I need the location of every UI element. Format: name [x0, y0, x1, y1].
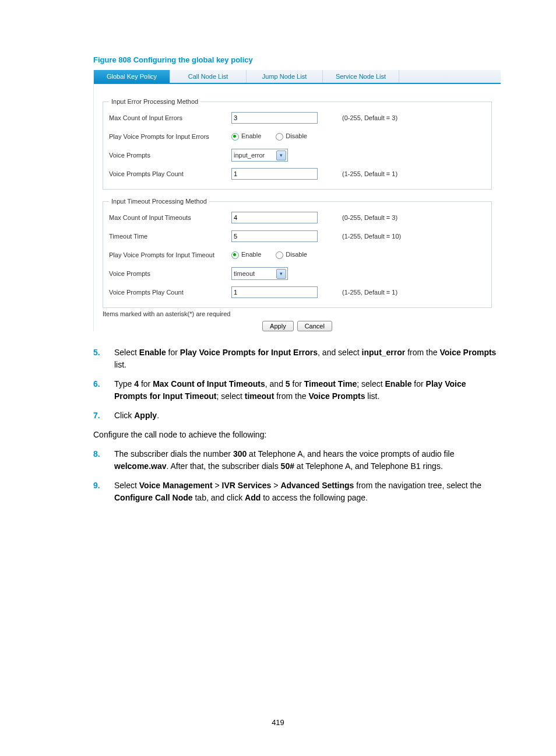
- tab-jump-node-list[interactable]: Jump Node List: [247, 70, 323, 83]
- enable-radio[interactable]: Enable: [231, 132, 261, 141]
- max-timeouts-hint: (0-255, Default = 3): [342, 214, 485, 221]
- play-count-label: Voice Prompts Play Count: [109, 170, 231, 177]
- step-number: 6.: [93, 378, 114, 402]
- timeout-time-label: Timeout Time: [109, 233, 231, 240]
- play-count-input[interactable]: [231, 286, 318, 298]
- enable-radio[interactable]: Enable: [231, 251, 261, 259]
- voice-prompts-select[interactable]: input_error ▾: [231, 149, 288, 162]
- timeout-time-input[interactable]: [231, 230, 318, 242]
- max-errors-input[interactable]: [231, 112, 318, 124]
- max-errors-hint: (0-255, Default = 3): [342, 114, 485, 121]
- play-count-hint: (1-255, Default = 1): [342, 170, 485, 177]
- apply-button[interactable]: Apply: [262, 321, 294, 331]
- page-number: 419: [0, 718, 556, 727]
- tab-bar: Global Key Policy Call Node List Jump No…: [94, 70, 501, 84]
- play-timeout-label: Play Voice Prompts for Input Timeout: [109, 251, 231, 258]
- voice-prompts-label: Voice Prompts: [109, 270, 231, 277]
- required-footnote: Items marked with an asterisk(*) are req…: [103, 310, 492, 317]
- voice-prompts-select[interactable]: timeout ▾: [231, 267, 288, 280]
- instruction-text: 5. Select Enable for Play Voice Prompts …: [93, 346, 501, 504]
- step-number: 8.: [93, 448, 114, 473]
- tab-global-key-policy[interactable]: Global Key Policy: [94, 70, 170, 83]
- step-number: 7.: [93, 410, 114, 422]
- figure-title: Figure 808 Configuring the global key po…: [93, 55, 501, 64]
- step-number: 9.: [93, 480, 114, 504]
- play-count-input[interactable]: [231, 168, 318, 180]
- cancel-button[interactable]: Cancel: [297, 321, 332, 331]
- input-error-fieldset: Input Error Processing Method Max Count …: [103, 98, 492, 190]
- tab-call-node-list[interactable]: Call Node List: [170, 70, 247, 83]
- fieldset-legend: Input Timeout Processing Method: [109, 198, 209, 205]
- voice-prompts-label: Voice Prompts: [109, 152, 231, 159]
- input-timeout-fieldset: Input Timeout Processing Method Max Coun…: [103, 198, 492, 308]
- tab-service-node-list[interactable]: Service Node List: [323, 70, 399, 83]
- timeout-time-hint: (1-255, Default = 10): [342, 233, 485, 240]
- chevron-down-icon: ▾: [276, 150, 286, 160]
- max-timeouts-input[interactable]: [231, 212, 318, 223]
- disable-radio[interactable]: Disable: [276, 132, 307, 141]
- intro-text: Configure the call node to achieve the f…: [93, 429, 501, 441]
- config-screenshot: Global Key Policy Call Node List Jump No…: [93, 70, 501, 331]
- play-errors-label: Play Voice Prompts for Input Errors: [109, 133, 231, 140]
- fieldset-legend: Input Error Processing Method: [109, 98, 200, 105]
- max-timeouts-label: Max Count of Input Timeouts: [109, 214, 231, 221]
- chevron-down-icon: ▾: [276, 269, 286, 279]
- play-count-hint: (1-255, Default = 1): [342, 289, 485, 296]
- max-errors-label: Max Count of Input Errors: [109, 114, 231, 121]
- play-count-label: Voice Prompts Play Count: [109, 289, 231, 296]
- step-number: 5.: [93, 346, 114, 371]
- disable-radio[interactable]: Disable: [276, 251, 307, 259]
